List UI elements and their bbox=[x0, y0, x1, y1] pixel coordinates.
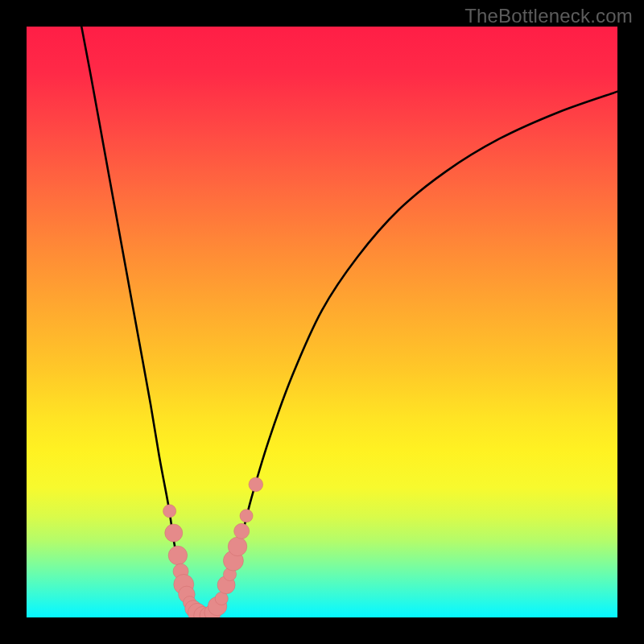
data-markers bbox=[163, 477, 263, 617]
right-curve bbox=[210, 92, 617, 617]
chart-frame: TheBottleneck.com bbox=[0, 0, 644, 644]
data-marker bbox=[234, 523, 250, 539]
watermark-text: TheBottleneck.com bbox=[464, 5, 633, 27]
data-marker bbox=[249, 477, 263, 492]
data-marker bbox=[228, 537, 246, 555]
data-marker bbox=[163, 505, 176, 518]
chart-svg bbox=[27, 27, 617, 617]
data-marker bbox=[240, 510, 253, 522]
data-marker bbox=[165, 524, 183, 542]
plot-area bbox=[27, 27, 617, 617]
data-marker bbox=[168, 546, 187, 564]
